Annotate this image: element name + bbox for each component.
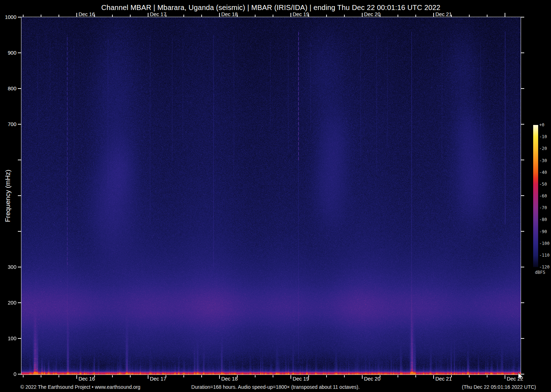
top-axis-minor-tick xyxy=(59,15,59,17)
top-axis-minor-tick xyxy=(41,15,41,17)
colorbar-unit-label: dBFS xyxy=(535,270,545,275)
bottom-axis-minor-tick xyxy=(130,375,131,377)
colorbar-tick-label: -30 xyxy=(539,158,547,163)
top-axis-major-tick xyxy=(362,13,363,17)
top-axis-minor-tick xyxy=(344,15,345,17)
top-axis-minor-tick xyxy=(451,15,452,17)
top-axis-major-tick xyxy=(505,13,505,17)
colorbar-tick-label: -50 xyxy=(539,182,547,187)
bottom-axis-minor-tick xyxy=(23,375,24,377)
bottom-axis-day-label: Dec 16 xyxy=(79,376,95,382)
bottom-axis-minor-tick xyxy=(201,375,202,377)
colorbar-tick-label: +0 xyxy=(539,122,544,127)
y-axis-left-tick xyxy=(18,374,21,375)
y-axis-left-tick xyxy=(18,124,21,125)
y-axis-tick-label: 0 xyxy=(1,371,16,377)
footer-timestamp: (Thu Dec 22 05:01:16 2022 UTC) xyxy=(462,384,536,390)
page-title: Channel MBAR | Mbarara, Uganda (seismic)… xyxy=(21,4,521,12)
bottom-axis-major-tick xyxy=(76,375,77,379)
mouse-cursor-icon xyxy=(517,372,525,381)
y-axis-right-tick xyxy=(521,302,524,303)
bottom-axis-minor-tick xyxy=(398,375,398,377)
bottom-axis-day-label: Dec 20 xyxy=(364,376,380,382)
bottom-axis-minor-tick xyxy=(326,375,327,377)
bottom-axis-major-tick xyxy=(148,375,148,379)
top-axis-minor-tick xyxy=(487,15,487,17)
colorbar-gradient xyxy=(533,125,538,267)
bottom-axis-major-tick xyxy=(362,375,363,379)
bottom-axis-minor-tick xyxy=(344,375,345,377)
colorbar-tick-label: -70 xyxy=(539,205,547,210)
bottom-axis-minor-tick xyxy=(94,375,95,377)
y-axis-right-tick xyxy=(521,195,524,196)
bottom-axis-day-label: Dec 19 xyxy=(293,376,309,382)
y-axis-right-tick xyxy=(521,17,524,17)
top-axis-minor-tick xyxy=(94,15,95,17)
y-axis-left-tick xyxy=(18,88,21,89)
top-axis-minor-tick xyxy=(201,15,202,17)
spectrogram-page: Channel MBAR | Mbarara, Uganda (seismic)… xyxy=(0,0,551,392)
colorbar-tick-label: -20 xyxy=(539,146,547,151)
colorbar-tick-label: -80 xyxy=(539,217,547,222)
y-axis-left-tick xyxy=(18,338,21,339)
bottom-axis-minor-tick xyxy=(415,375,416,377)
colorbar-tick-label: -10 xyxy=(539,134,547,139)
top-axis-minor-tick xyxy=(326,15,327,17)
top-axis-minor-tick xyxy=(273,15,273,17)
top-axis-minor-tick xyxy=(469,15,470,17)
spectrogram-canvas xyxy=(21,17,521,375)
top-axis-day-label: Dec 16 xyxy=(79,11,95,17)
y-axis-tick-label: 700 xyxy=(1,121,16,127)
top-axis-minor-tick xyxy=(255,15,256,17)
top-axis-major-tick xyxy=(219,13,220,17)
bottom-axis-major-tick xyxy=(505,375,505,379)
y-axis-left-tick xyxy=(18,302,21,303)
y-axis-tick-label: 900 xyxy=(1,50,16,56)
top-axis-day-label: Dec 17 xyxy=(150,11,166,17)
bottom-axis-major-tick xyxy=(433,375,434,379)
y-axis-tick-label: 800 xyxy=(1,86,16,91)
top-axis-day-label: Dec 20 xyxy=(364,11,380,17)
y-axis-right-tick xyxy=(521,124,524,125)
y-axis-left-tick xyxy=(18,231,21,232)
y-axis-left-tick xyxy=(18,267,21,267)
top-axis-day-label: Dec 19 xyxy=(293,11,309,17)
top-axis-major-tick xyxy=(148,13,148,17)
top-axis-minor-tick xyxy=(415,15,416,17)
colorbar-tick-label: -40 xyxy=(539,170,547,175)
footer-copyright: © 2022 The Earthsound Project • www.eart… xyxy=(20,384,140,390)
y-axis-right-tick xyxy=(521,231,524,232)
bottom-axis-minor-tick xyxy=(308,375,309,377)
top-axis-major-tick xyxy=(433,13,434,17)
y-axis-right-tick xyxy=(521,88,524,89)
top-axis-minor-tick xyxy=(237,15,238,17)
y-axis-left-tick xyxy=(18,160,21,160)
bottom-axis-day-label: Dec 18 xyxy=(221,376,238,382)
bottom-axis-minor-tick xyxy=(380,375,380,377)
bottom-axis-minor-tick xyxy=(166,375,166,377)
top-axis-minor-tick xyxy=(308,15,309,17)
y-axis-left-tick xyxy=(18,17,21,17)
bottom-axis-minor-tick xyxy=(469,375,470,377)
top-axis-minor-tick xyxy=(130,15,131,17)
y-axis-tick-label: 300 xyxy=(1,264,16,270)
top-axis-day-label: Dec 18 xyxy=(221,11,238,17)
y-axis-right-tick xyxy=(521,52,524,53)
bottom-axis-minor-tick xyxy=(255,375,256,377)
top-axis-minor-tick xyxy=(112,15,113,17)
bottom-axis-minor-tick xyxy=(487,375,487,377)
top-axis-minor-tick xyxy=(398,15,398,17)
y-axis-tick-label: 1000 xyxy=(1,14,16,20)
colorbar-tick-label: -100 xyxy=(539,241,550,246)
bottom-axis-day-label: Dec 21 xyxy=(435,376,452,382)
bottom-axis-minor-tick xyxy=(41,375,41,377)
bottom-axis-major-tick xyxy=(219,375,220,379)
y-axis-left-tick xyxy=(18,195,21,196)
bottom-axis-minor-tick xyxy=(112,375,113,377)
colorbar-tick-label: -60 xyxy=(539,194,547,198)
top-axis-major-tick xyxy=(290,13,291,17)
bottom-axis-minor-tick xyxy=(451,375,452,377)
top-axis-minor-tick xyxy=(380,15,380,17)
top-axis-minor-tick xyxy=(23,15,24,17)
y-axis-title: Frequency (mHz) xyxy=(3,17,13,375)
